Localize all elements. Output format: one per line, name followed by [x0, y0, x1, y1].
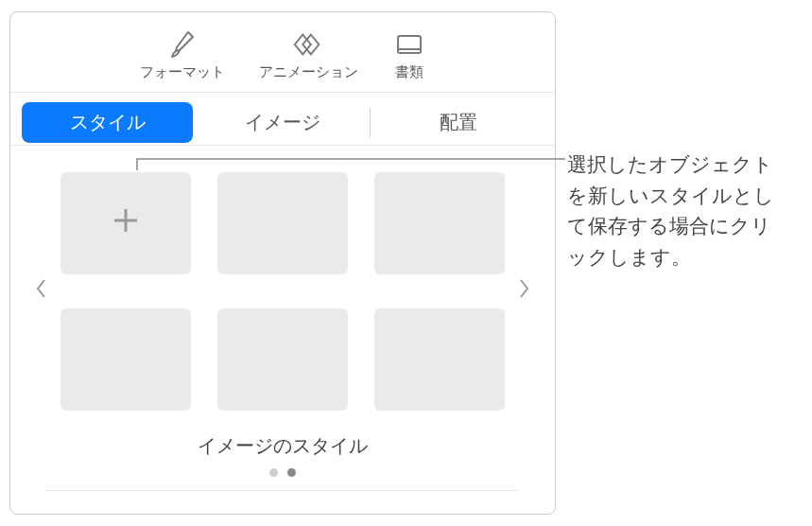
page-dot-active[interactable] — [287, 468, 296, 477]
style-preset[interactable] — [374, 172, 505, 274]
animation-tab[interactable]: アニメーション — [250, 24, 368, 85]
style-preset[interactable] — [374, 308, 505, 411]
document-label: 書類 — [395, 63, 423, 81]
page-indicator — [24, 468, 542, 477]
styles-section-title: イメージのスタイル — [24, 433, 542, 459]
add-style-button[interactable] — [60, 172, 191, 274]
style-preset[interactable] — [60, 308, 191, 411]
styles-area: イメージのスタイル — [10, 146, 555, 506]
diamond-icon — [291, 27, 325, 61]
animation-label: アニメーション — [259, 63, 358, 81]
slide-icon — [392, 27, 426, 61]
document-tab[interactable]: 書類 — [383, 24, 436, 85]
toolbar: フォーマット アニメーション 書類 — [10, 12, 555, 93]
plus-icon — [110, 203, 142, 243]
separator — [46, 490, 519, 491]
svg-rect-0 — [398, 36, 421, 53]
inspector-panel: フォーマット アニメーション 書類 スタイル — [9, 11, 556, 515]
format-label: フォーマット — [140, 63, 225, 81]
tab-style[interactable]: スタイル — [22, 102, 193, 143]
paintbrush-icon — [165, 27, 199, 61]
style-preset[interactable] — [217, 172, 348, 274]
segmented-control: スタイル イメージ 配置 — [10, 93, 555, 146]
format-tab[interactable]: フォーマット — [130, 24, 234, 85]
page-dot[interactable] — [269, 468, 278, 477]
chevron-left-icon[interactable] — [28, 272, 53, 311]
callout-text: 選択したオブジェクトを新しいスタイルとして保存する場合にクリックします。 — [567, 149, 785, 272]
tab-arrange[interactable]: 配置 — [372, 102, 544, 143]
styles-grid — [60, 172, 505, 411]
style-preset[interactable] — [217, 308, 348, 411]
tab-image[interactable]: イメージ — [197, 102, 368, 143]
segmented-divider — [370, 108, 371, 137]
chevron-right-icon[interactable] — [512, 272, 537, 311]
